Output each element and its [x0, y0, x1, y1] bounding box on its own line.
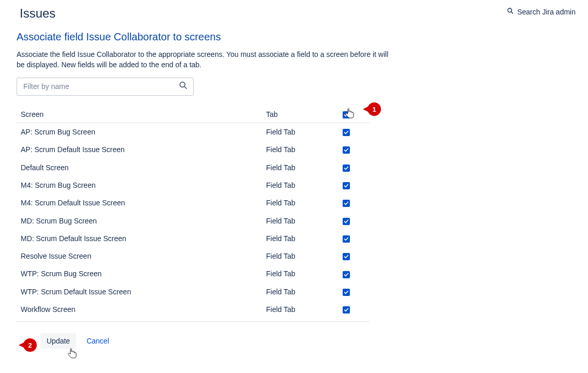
sub-title: Associate field Issue Collaborator to sc…	[17, 31, 576, 43]
cell-screen: AP: Scrum Bug Screen	[17, 123, 262, 141]
table-row: WTP: Scrum Bug ScreenField Tab	[17, 265, 370, 282]
row-checkbox[interactable]	[343, 146, 350, 154]
select-all-checkbox[interactable]	[343, 111, 350, 118]
cell-tab: Field Tab	[262, 141, 339, 158]
svg-point-0	[508, 8, 512, 12]
table-row: MD: Scrum Bug ScreenField Tab	[17, 212, 370, 229]
row-checkbox[interactable]	[343, 165, 350, 172]
description-text: Associate the field Issue Collaborator t…	[17, 49, 389, 70]
table-row: M4: Scrum Default Issue ScreenField Tab	[17, 194, 370, 212]
table-row: AP: Scrum Bug ScreenField Tab	[17, 123, 370, 141]
cell-tab: Field Tab	[262, 194, 339, 212]
row-checkbox[interactable]	[343, 200, 350, 207]
table-row: AP: Scrum Default Issue ScreenField Tab	[17, 141, 370, 158]
cell-tab: Field Tab	[262, 176, 339, 194]
col-header-tab: Tab	[262, 107, 339, 123]
cell-tab: Field Tab	[262, 158, 339, 176]
row-checkbox[interactable]	[343, 129, 350, 136]
table-row: Workflow ScreenField Tab	[17, 301, 370, 318]
cell-screen: WTP: Scrum Bug Screen	[17, 265, 262, 282]
cell-screen: MD: Scrum Default Issue Screen	[17, 230, 262, 247]
row-checkbox[interactable]	[343, 271, 350, 278]
svg-point-2	[180, 82, 185, 87]
cell-screen: WTP: Scrum Default Issue Screen	[17, 283, 262, 301]
svg-line-3	[184, 86, 187, 89]
cell-screen: M4: Scrum Bug Screen	[17, 176, 262, 194]
table-row: Default ScreenField Tab	[17, 158, 370, 176]
table-row: WTP: Scrum Default Issue ScreenField Tab	[17, 283, 370, 301]
cell-tab: Field Tab	[262, 123, 339, 141]
cell-tab: Field Tab	[262, 247, 339, 265]
cell-screen: M4: Scrum Default Issue Screen	[17, 194, 262, 212]
cell-tab: Field Tab	[262, 301, 339, 318]
cell-screen: Resolve Issue Screen	[17, 247, 262, 265]
table-row: MD: Scrum Default Issue ScreenField Tab	[17, 230, 370, 247]
table-row: M4: Scrum Bug ScreenField Tab	[17, 176, 370, 194]
search-jira-admin-link[interactable]: Search Jira admin	[507, 7, 576, 16]
cell-screen: Workflow Screen	[17, 301, 262, 318]
cell-screen: Default Screen	[17, 158, 262, 176]
update-button[interactable]: Update	[40, 333, 76, 349]
cell-tab: Field Tab	[262, 265, 339, 282]
cell-tab: Field Tab	[262, 230, 339, 247]
search-admin-label: Search Jira admin	[517, 8, 576, 16]
svg-line-1	[511, 12, 513, 14]
filter-input[interactable]	[22, 82, 179, 91]
cell-screen: MD: Scrum Bug Screen	[17, 212, 262, 229]
row-checkbox[interactable]	[343, 235, 350, 243]
cell-tab: Field Tab	[262, 212, 339, 229]
search-icon[interactable]	[179, 81, 188, 92]
cursor-hand-icon	[67, 348, 78, 361]
cancel-link[interactable]: Cancel	[86, 337, 109, 345]
row-checkbox[interactable]	[343, 289, 350, 296]
screens-table: Screen Tab AP: Scrum Bug ScreenField Tab…	[17, 107, 370, 319]
row-checkbox[interactable]	[343, 182, 350, 189]
cell-tab: Field Tab	[262, 283, 339, 301]
row-checkbox[interactable]	[343, 218, 350, 225]
table-row: Resolve Issue ScreenField Tab	[17, 247, 370, 265]
page-title: Issues	[20, 6, 55, 21]
col-header-screen: Screen	[17, 107, 262, 123]
cell-screen: AP: Scrum Default Issue Screen	[17, 141, 262, 158]
search-icon	[507, 7, 514, 16]
row-checkbox[interactable]	[343, 253, 350, 260]
filter-container	[17, 78, 194, 96]
row-checkbox[interactable]	[343, 306, 350, 314]
